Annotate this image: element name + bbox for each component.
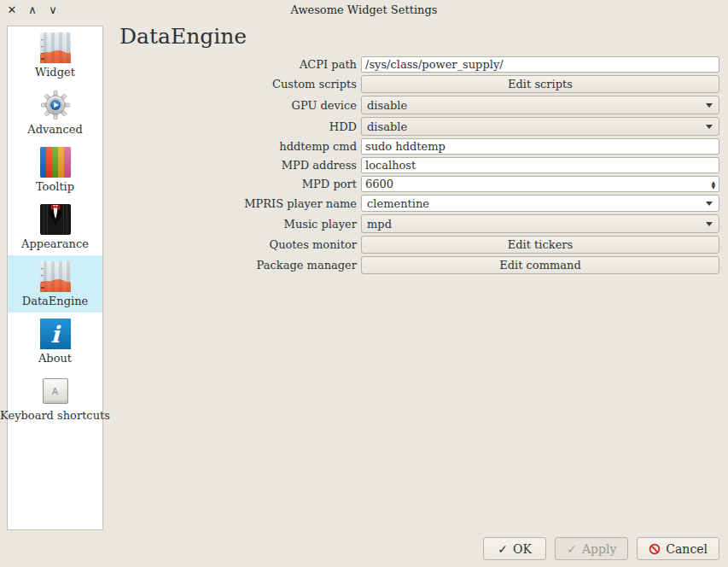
sidebar-item-label: Tooltip (36, 180, 74, 193)
settings-form: ACPI path Custom scripts Edit scripts GP… (119, 56, 719, 277)
edit-scripts-button[interactable]: Edit scripts (361, 75, 719, 93)
ok-button[interactable]: ✓ OK (483, 537, 546, 560)
tuxedo-icon (40, 204, 71, 235)
mpd-address-input[interactable] (361, 157, 719, 173)
music-player-dropdown[interactable]: mpd (361, 214, 719, 233)
field-label: Music player (119, 218, 361, 231)
cancel-button[interactable]: Cancel (637, 537, 719, 560)
page-title: DataEngine (119, 24, 247, 49)
sidebar-item-label: About (38, 352, 72, 365)
sidebar-item-label: Appearance (21, 237, 89, 250)
field-label: MPD address (119, 159, 361, 172)
field-label: MPD port (119, 178, 361, 190)
dropdown-value: mpd (367, 218, 392, 231)
check-icon: ✓ (567, 542, 577, 556)
apply-button-label: Apply (582, 542, 616, 556)
acpi-path-input[interactable] (361, 56, 719, 73)
sidebar-item-widget[interactable]: Widget (8, 26, 102, 84)
field-label: Quotes monitor (119, 238, 361, 251)
sidebar-item-dataengine[interactable]: DataEngine (8, 255, 102, 313)
sidebar-item-label: Widget (35, 66, 75, 79)
chevron-down-icon (706, 202, 713, 206)
form-row-package-manager: Package manager Edit command (119, 256, 719, 274)
mpd-port-spinner[interactable] (361, 176, 719, 192)
ok-button-label: OK (513, 542, 532, 556)
sidebar-item-tooltip[interactable]: Tooltip (8, 141, 102, 198)
field-label: Package manager (119, 259, 361, 272)
sidebar-item-keyboard-shortcuts[interactable]: A Keyboard shortcuts (8, 370, 102, 427)
combobox-value: clementine (367, 197, 429, 210)
sidebar-item-about[interactable]: i About (8, 313, 102, 370)
chart-icon (40, 261, 71, 292)
field-label: HDD (119, 120, 361, 133)
field-label: MPRIS player name (119, 197, 361, 210)
form-row-mpd-address: MPD address (119, 157, 719, 173)
mpris-player-combobox[interactable]: clementine (361, 195, 719, 212)
sidebar-item-label: DataEngine (22, 295, 89, 307)
dropdown-value: disable (367, 120, 407, 133)
chevron-down-icon (706, 125, 713, 129)
form-row-gpu-device: GPU device disable (119, 96, 719, 114)
dropdown-value: disable (367, 99, 407, 112)
chevron-down-icon (706, 103, 713, 108)
info-icon: i (40, 319, 71, 349)
sidebar-item-advanced[interactable]: Advanced (8, 84, 102, 141)
apply-button[interactable]: ✓ Apply (555, 537, 628, 560)
hddtemp-cmd-input[interactable] (361, 138, 719, 155)
sidebar-item-label: Advanced (27, 123, 82, 136)
field-label: Custom scripts (119, 78, 361, 91)
dialog-buttons: ✓ OK ✓ Apply Cancel (483, 537, 719, 560)
chevron-down-icon (706, 222, 713, 226)
keycap-icon: A (40, 376, 71, 406)
gear-icon (40, 90, 71, 120)
form-row-quotes-monitor: Quotes monitor Edit tickers (119, 236, 719, 254)
sidebar: Widget Advanced (7, 26, 103, 530)
cancel-button-label: Cancel (666, 542, 708, 556)
gpu-device-dropdown[interactable]: disable (361, 96, 719, 114)
check-icon: ✓ (498, 542, 508, 556)
chart-icon (40, 32, 71, 63)
spinner-arrows[interactable]: ▲ ▼ (711, 176, 715, 192)
edit-command-button[interactable]: Edit command (361, 256, 719, 274)
window-title: Awesome Widget Settings (0, 3, 728, 16)
form-row-acpi-path: ACPI path (119, 56, 719, 73)
form-row-mpris-player-name: MPRIS player name clementine (119, 195, 719, 212)
titlebar: ✕ ∧ ∨ Awesome Widget Settings (0, 0, 728, 20)
spin-down-icon[interactable]: ▼ (711, 184, 715, 189)
form-row-custom-scripts: Custom scripts Edit scripts (119, 75, 719, 93)
hdd-dropdown[interactable]: disable (361, 117, 719, 136)
sidebar-item-label: Keyboard shortcuts (0, 409, 110, 422)
form-row-music-player: Music player mpd (119, 214, 719, 233)
form-row-mpd-port: MPD port ▲ ▼ (119, 176, 719, 192)
form-row-hddtemp-cmd: hddtemp cmd (119, 138, 719, 155)
color-stripes-icon (40, 147, 71, 178)
edit-tickers-button[interactable]: Edit tickers (361, 236, 719, 254)
field-label: GPU device (119, 99, 361, 112)
cancel-icon (649, 543, 661, 555)
field-label: hddtemp cmd (119, 140, 361, 153)
sidebar-item-appearance[interactable]: Appearance (8, 198, 102, 255)
field-label: ACPI path (119, 58, 361, 71)
form-row-hdd: HDD disable (119, 117, 719, 136)
